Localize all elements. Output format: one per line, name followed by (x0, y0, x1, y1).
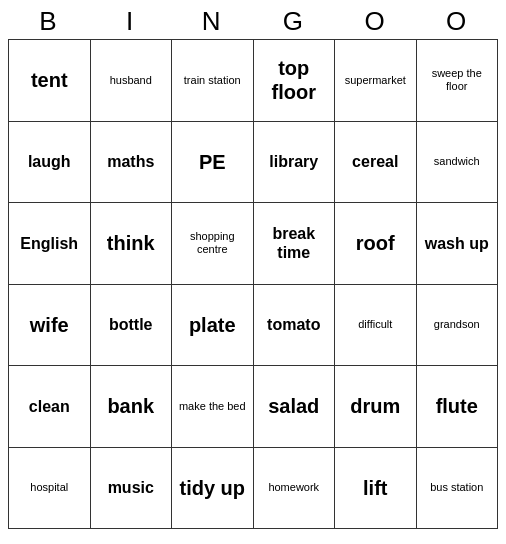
bingo-cell-5: sweep the floor (417, 40, 499, 122)
bingo-cell-14: shopping centre (172, 203, 254, 285)
bingo-cell-34: lift (335, 448, 417, 530)
header-letter-5: O (416, 6, 498, 37)
bingo-cell-31: music (91, 448, 173, 530)
bingo-cell-16: roof (335, 203, 417, 285)
bingo-cell-6: laugh (9, 122, 91, 204)
bingo-cell-26: make the bed (172, 366, 254, 448)
bingo-cell-15: break time (254, 203, 336, 285)
bingo-cell-9: library (254, 122, 336, 204)
bingo-cell-30: hospital (9, 448, 91, 530)
bingo-cell-24: clean (9, 366, 91, 448)
bingo-cell-2: train station (172, 40, 254, 122)
header-letter-0: B (8, 6, 90, 37)
header-letter-1: I (90, 6, 172, 37)
bingo-cell-4: supermarket (335, 40, 417, 122)
bingo-cell-10: cereal (335, 122, 417, 204)
bingo-cell-8: PE (172, 122, 254, 204)
bingo-cell-22: difficult (335, 285, 417, 367)
bingo-cell-32: tidy up (172, 448, 254, 530)
bingo-cell-21: tomato (254, 285, 336, 367)
bingo-cell-23: grandson (417, 285, 499, 367)
bingo-cell-33: homework (254, 448, 336, 530)
header-letter-3: G (253, 6, 335, 37)
bingo-cell-29: flute (417, 366, 499, 448)
bingo-cell-27: salad (254, 366, 336, 448)
bingo-cell-25: bank (91, 366, 173, 448)
bingo-cell-3: top floor (254, 40, 336, 122)
bingo-cell-12: English (9, 203, 91, 285)
bingo-cell-13: think (91, 203, 173, 285)
bingo-cell-11: sandwich (417, 122, 499, 204)
bingo-cell-18: wife (9, 285, 91, 367)
bingo-cell-28: drum (335, 366, 417, 448)
header-letter-4: O (335, 6, 417, 37)
bingo-cell-35: bus station (417, 448, 499, 530)
bingo-cell-7: maths (91, 122, 173, 204)
bingo-header: BINGOO (8, 6, 498, 37)
bingo-cell-20: plate (172, 285, 254, 367)
bingo-grid: tenthusbandtrain stationtop floorsuperma… (8, 39, 498, 529)
bingo-cell-17: wash up (417, 203, 499, 285)
bingo-cell-0: tent (9, 40, 91, 122)
header-letter-2: N (171, 6, 253, 37)
bingo-cell-19: bottle (91, 285, 173, 367)
bingo-cell-1: husband (91, 40, 173, 122)
